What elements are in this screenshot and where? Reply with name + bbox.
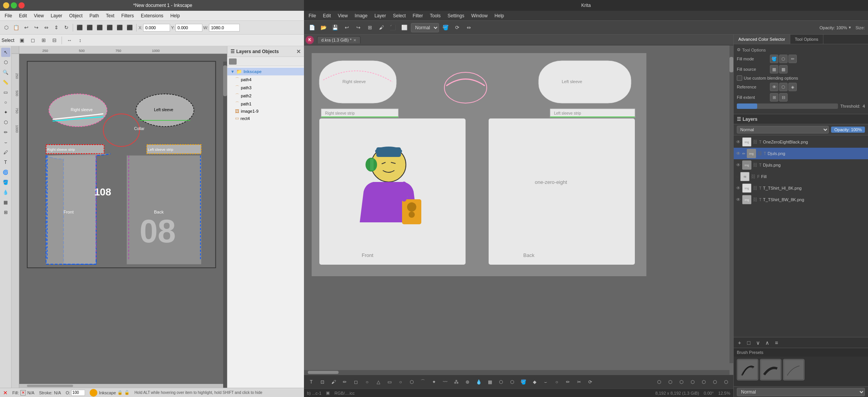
flip-h-btn[interactable]: ⇔ — [42, 23, 51, 32]
layer-item-path3[interactable]: ⌒ path3 — [227, 83, 304, 92]
krita-menu-filter[interactable]: Filter — [410, 12, 426, 19]
layer-item-path1[interactable]: ⌒ path1 — [227, 100, 304, 108]
krita-menu-file[interactable]: File — [305, 12, 319, 19]
krita-brush-icon[interactable]: 🖌 — [376, 23, 386, 33]
select-mode-btn1[interactable]: ▣ — [17, 36, 27, 45]
bt-transform4[interactable]: ⬡ — [665, 377, 675, 387]
menu-file[interactable]: File — [2, 12, 15, 19]
undo-btn[interactable]: ↩ — [22, 23, 31, 32]
menu-text[interactable]: Text — [103, 12, 117, 19]
layer-move-up-btn[interactable]: ∧ — [763, 339, 771, 347]
tool-mesh[interactable]: ⊞ — [1, 208, 10, 217]
bt-elliptical-sel[interactable]: ○ — [552, 377, 562, 387]
layer-vis-icon-1[interactable]: 👁 — [736, 139, 741, 145]
brush-preset-1[interactable] — [737, 359, 758, 380]
brush-preset-3[interactable] — [783, 359, 805, 380]
bt-gradient[interactable]: ▦ — [485, 377, 495, 387]
inkscape-close-btn[interactable] — [18, 2, 25, 8]
menu-help[interactable]: Help — [167, 12, 183, 19]
canvas-vscroll[interactable] — [223, 62, 227, 388]
fill-source-pattern[interactable]: ▩ — [779, 65, 788, 73]
layer-vis-icon-5[interactable]: 👁 — [736, 185, 741, 191]
krita-menu-window[interactable]: Window — [468, 12, 491, 19]
layer-menu-btn[interactable]: ≡ — [772, 339, 781, 347]
bt-paintbrush[interactable]: 🖌 — [329, 377, 339, 387]
select-mode-btn2[interactable]: ◻ — [28, 36, 37, 45]
layer-vis-icon-4[interactable]: ○ — [736, 174, 739, 179]
bt-text[interactable]: T — [306, 377, 316, 387]
krita-copy-merged[interactable]: ⊞ — [365, 23, 375, 33]
menu-layer[interactable]: Layer — [48, 12, 65, 19]
krita-fg-color[interactable]: ⬜ — [399, 23, 409, 33]
bt-polyline[interactable]: ⌒ — [418, 377, 428, 387]
bt-similar[interactable]: ◆ — [529, 377, 539, 387]
fill-mode-flood[interactable]: 🪣 — [770, 55, 778, 63]
tool-3d[interactable]: ⬡ — [1, 118, 10, 127]
inkscape-minimize-btn[interactable] — [3, 2, 9, 8]
vscroll-thumb[interactable] — [223, 65, 227, 96]
tool-bezier[interactable]: ⌣ — [1, 138, 10, 147]
bt-smart-object[interactable]: ⬡ — [507, 377, 517, 387]
tool-circle[interactable]: ○ — [1, 98, 10, 107]
bt-eraser[interactable]: ◻ — [351, 377, 361, 387]
align-bottom-btn[interactable]: ⬛ — [125, 23, 134, 32]
custom-blend-checkbox[interactable]: Use custom blending options — [737, 75, 798, 81]
menu-path[interactable]: Path — [87, 12, 102, 19]
align-top-btn[interactable]: ⬛ — [105, 23, 114, 32]
fill-extent-opt2[interactable]: ⊟ — [779, 93, 788, 102]
krita-doc-save[interactable]: 💾 — [330, 23, 340, 33]
tool-pencil[interactable]: ✏ — [1, 128, 10, 137]
layer-djuls-2[interactable]: 👁 img ⛓ T Djuls.png — [734, 159, 868, 171]
tool-measure[interactable]: 📏 — [1, 78, 10, 87]
bt-transform3[interactable]: ⬡ — [654, 377, 664, 387]
layer-item-path2[interactable]: ⌒ path2 — [227, 92, 304, 100]
layer-item-inkscape[interactable]: ▼ 📁 Inkscape — [227, 68, 304, 75]
bt-transform6[interactable]: ⬡ — [688, 377, 698, 387]
krita-hscroll[interactable] — [304, 370, 729, 375]
doc-tab-main[interactable]: d.kra (1.3 GiB) * ✕ — [317, 36, 361, 43]
layer-move-down-btn[interactable]: ∨ — [754, 339, 762, 347]
krita-vscroll-thumb[interactable] — [729, 57, 733, 72]
tool-spray[interactable]: 🌀 — [1, 168, 10, 177]
krita-mirror-h[interactable]: ⇔ — [464, 23, 474, 33]
layer-add-btn[interactable]: + — [735, 339, 744, 347]
krita-transform[interactable]: ⟳ — [452, 23, 462, 33]
krita-menu-edit[interactable]: Edit — [320, 12, 334, 19]
layer-item-image1-9[interactable]: 🖼 image1-9 — [227, 108, 304, 115]
bt-transform8[interactable]: ⬡ — [710, 377, 720, 387]
opacity-input[interactable] — [71, 390, 85, 396]
bt-smart-patch[interactable]: ⊡ — [317, 377, 327, 387]
layer-vis-icon-3[interactable]: 👁 — [736, 162, 741, 168]
menu-filters[interactable]: Filters — [118, 12, 137, 19]
fill-mode-pencil[interactable]: ✏ — [788, 55, 797, 63]
select-tool-btn[interactable]: ⬡ — [2, 23, 11, 32]
ref-option2[interactable]: ⬡ — [779, 83, 788, 91]
layer-djuls-selected[interactable]: 👁 ✏ img ⛓ T Djuls.png — [734, 148, 868, 159]
krita-undo-btn[interactable]: ↩ — [342, 23, 352, 33]
krita-redo-btn[interactable]: ↪ — [353, 23, 363, 33]
transform-btn1[interactable]: ↔ — [65, 36, 74, 45]
krita-blend-mode-select[interactable]: Normal — [411, 23, 439, 32]
rotate-cw-btn[interactable]: ↻ — [62, 23, 71, 32]
y-input[interactable] — [175, 24, 202, 32]
align-right-btn[interactable]: ⬛ — [95, 23, 104, 32]
krita-menu-select[interactable]: Select — [390, 12, 409, 19]
canvas-content[interactable]: Right sleeve Left sleeve Collar — [19, 54, 227, 388]
threshold-slider[interactable] — [737, 103, 838, 109]
tool-calligraphy[interactable]: 🖊 — [1, 148, 10, 157]
layer-tshirt-bw[interactable]: 👁 img ⛓ T T_TShirt_BW_8K.png — [734, 194, 868, 205]
krita-canvas-viewport[interactable]: Right sleeve Left sleeve Collar — [304, 45, 733, 375]
tool-zoom[interactable]: 🔍 — [1, 68, 10, 77]
bt-path[interactable]: △ — [373, 377, 383, 387]
layer-onezero[interactable]: 👁 img ⛓ T OneZeroEightBlack.png — [734, 136, 868, 148]
krita-menu-tools[interactable]: Tools — [427, 12, 444, 19]
layer-vis-icon-2[interactable]: 👁 — [736, 151, 741, 156]
bt-contiguous[interactable]: 🪣 — [518, 377, 528, 387]
select-mode-btn4[interactable]: ⊟ — [50, 36, 59, 45]
bt-transform2[interactable]: ⟳ — [585, 377, 595, 387]
tool-pointer[interactable]: ↖ — [1, 48, 10, 57]
layer-add-icon[interactable] — [229, 58, 237, 65]
bottom-blend-select[interactable]: Normal — [737, 388, 865, 396]
hscroll-thumb[interactable] — [27, 385, 73, 387]
bt-multibrush[interactable]: ⁂ — [451, 377, 461, 387]
